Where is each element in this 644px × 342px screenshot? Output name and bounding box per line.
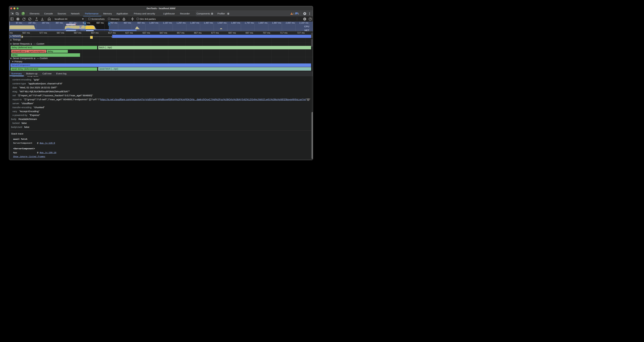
svg-text:1,897 ms: 1,897 ms [258,22,268,24]
svg-text:1,697 ms: 1,697 ms [231,22,240,24]
svg-text:1,297 ms: 1,297 ms [176,22,186,24]
svg-text:797 ms: 797 ms [110,22,118,24]
svg-text:1,097 ms: 1,097 ms [149,22,158,24]
svg-text:397 ms: 397 ms [56,22,63,24]
svg-text:197 ms: 197 ms [28,22,36,24]
svg-text:CPU: CPU [304,25,309,28]
svg-text:897 ms: 897 ms [124,22,131,24]
svg-text:1,997 ms: 1,997 ms [272,22,281,24]
svg-text:1,597 ms: 1,597 ms [218,22,226,24]
svg-text:1,397 ms: 1,397 ms [190,22,199,24]
svg-text:97 ms: 97 ms [16,22,22,24]
svg-text:997 ms: 997 ms [138,22,145,24]
svg-text:NET: NET [304,29,309,31]
svg-text:297 ms: 297 ms [42,22,49,24]
svg-text:?: ? [310,18,311,20]
svg-text:2,197 ms: 2,197 ms [299,22,308,24]
svg-text:497 ms: 497 ms [69,22,76,24]
svg-text:1,797 ms: 1,797 ms [245,22,254,24]
svg-text:1,497 ms: 1,497 ms [204,22,213,24]
svg-text:2,097 ms: 2,097 ms [286,22,295,24]
svg-text:1,197 ms: 1,197 ms [163,22,172,24]
svg-text:697 ms: 697 ms [96,22,104,24]
svg-text:597 ms: 597 ms [83,22,90,24]
